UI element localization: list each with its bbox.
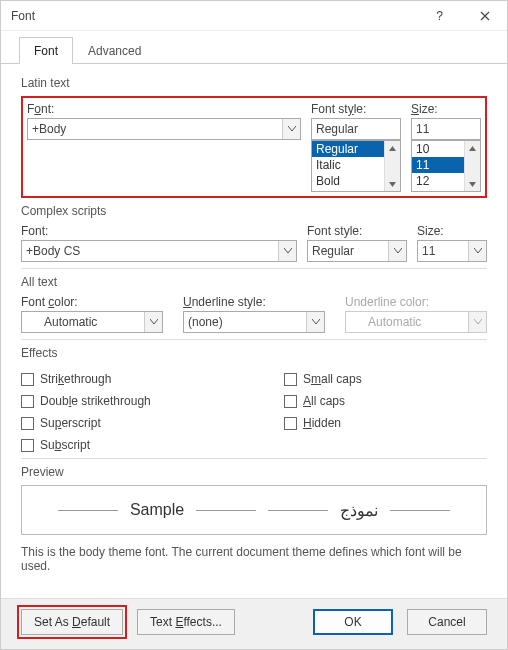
superscript-checkbox[interactable]: Superscript (21, 416, 224, 430)
underline-style-label: Underline style: (183, 295, 325, 309)
scroll-down-icon[interactable] (385, 177, 400, 191)
cs-style-combo[interactable]: Regular (307, 240, 407, 262)
dropdown-icon (144, 312, 162, 332)
checkbox-icon (21, 373, 34, 386)
tabs: Font Advanced (1, 31, 507, 64)
underline-color-combo: Automatic (345, 311, 487, 333)
small-caps-checkbox[interactable]: Small caps (284, 372, 487, 386)
checkbox-icon (284, 373, 297, 386)
dropdown-icon (468, 312, 486, 332)
latin-size-listbox[interactable]: 10 11 12 (411, 140, 481, 192)
dropdown-icon (282, 119, 300, 139)
dialog-title: Font (11, 9, 417, 23)
size-label: Size: (411, 102, 481, 116)
complex-scripts-heading: Complex scripts (21, 204, 487, 218)
tab-font[interactable]: Font (19, 37, 73, 64)
latin-section-highlight: Font: +Body Font style: Regular R (21, 96, 487, 198)
strikethrough-checkbox[interactable]: Strikethrough (21, 372, 224, 386)
double-strikethrough-checkbox[interactable]: Double strikethrough (21, 394, 224, 408)
divider (21, 458, 487, 459)
footnote-text: This is the body theme font. The current… (21, 545, 487, 573)
all-caps-checkbox[interactable]: All caps (284, 394, 487, 408)
ok-button[interactable]: OK (313, 609, 393, 635)
preview-line (196, 510, 256, 511)
dropdown-icon (468, 241, 486, 261)
preview-line (390, 510, 450, 511)
cs-size-label: Size: (417, 224, 487, 238)
checkbox-icon (21, 395, 34, 408)
scroll-down-icon[interactable] (465, 177, 480, 191)
font-style-label: Font style: (311, 102, 401, 116)
checkbox-icon (21, 439, 34, 452)
dropdown-icon (306, 312, 324, 332)
set-as-default-button[interactable]: Set As Default (21, 609, 123, 635)
checkbox-icon (284, 417, 297, 430)
latin-style-input[interactable]: Regular (311, 118, 401, 140)
checkbox-icon (284, 395, 297, 408)
latin-text-heading: Latin text (21, 76, 487, 90)
cs-size-combo[interactable]: 11 (417, 240, 487, 262)
help-button[interactable]: ? (417, 1, 462, 31)
preview-sample-rtl: نموذج (340, 501, 378, 520)
font-color-label: Font color: (21, 295, 163, 309)
preview-sample: Sample (130, 501, 184, 519)
preview-heading: Preview (21, 465, 487, 479)
font-dialog: Font ? www.989214.com Font Advanced Lati… (0, 0, 508, 650)
dropdown-icon (388, 241, 406, 261)
cs-font-combo[interactable]: +Body CS (21, 240, 297, 262)
latin-style-listbox[interactable]: Regular Italic Bold (311, 140, 401, 192)
latin-size-input[interactable]: 11 (411, 118, 481, 140)
all-text-heading: All text (21, 275, 487, 289)
cs-font-label: Font: (21, 224, 297, 238)
font-color-combo[interactable]: Automatic (21, 311, 163, 333)
cs-style-label: Font style: (307, 224, 407, 238)
scrollbar[interactable] (384, 141, 400, 191)
font-label: Font: (27, 102, 301, 116)
titlebar: Font ? (1, 1, 507, 31)
checkbox-icon (21, 417, 34, 430)
underline-color-label: Underline color: (345, 295, 487, 309)
text-effects-button[interactable]: Text Effects... (137, 609, 235, 635)
tab-advanced[interactable]: Advanced (73, 37, 156, 64)
close-button[interactable] (462, 1, 507, 31)
hidden-checkbox[interactable]: Hidden (284, 416, 487, 430)
divider (21, 268, 487, 269)
dropdown-icon (278, 241, 296, 261)
scroll-up-icon[interactable] (385, 141, 400, 155)
effects-heading: Effects (21, 346, 487, 360)
close-icon (480, 11, 490, 21)
dialog-buttons: Set As Default Text Effects... OK Cancel (1, 598, 507, 649)
scrollbar[interactable] (464, 141, 480, 191)
preview-box: Sample نموذج (21, 485, 487, 535)
scroll-up-icon[interactable] (465, 141, 480, 155)
divider (21, 339, 487, 340)
preview-line (58, 510, 118, 511)
latin-font-combo[interactable]: +Body (27, 118, 301, 140)
underline-style-combo[interactable]: (none) (183, 311, 325, 333)
subscript-checkbox[interactable]: Subscript (21, 438, 224, 452)
cancel-button[interactable]: Cancel (407, 609, 487, 635)
preview-line (268, 510, 328, 511)
